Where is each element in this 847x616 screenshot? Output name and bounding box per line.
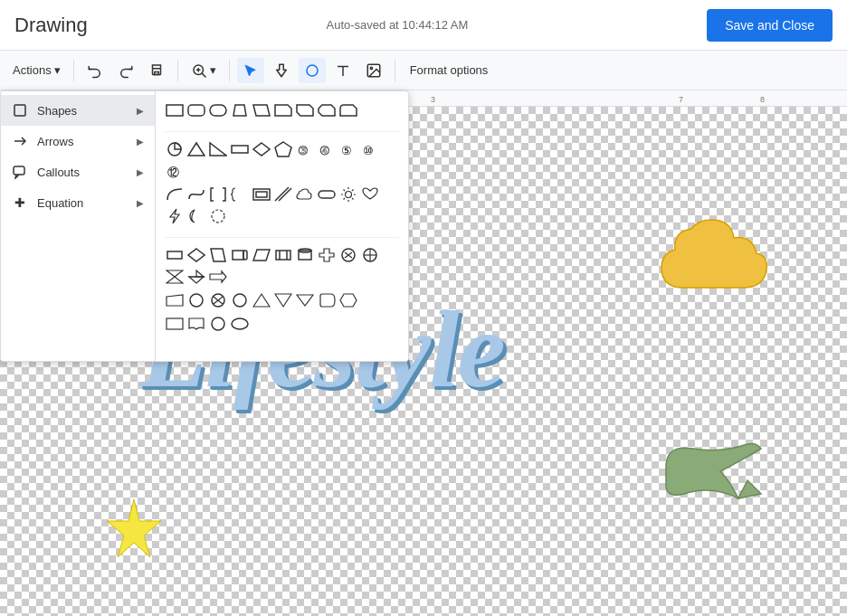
shape-rect-snip[interactable]	[273, 100, 293, 120]
shape-rounded-rect[interactable]	[186, 100, 206, 120]
save-close-button[interactable]: Save and Close	[707, 9, 833, 42]
star-shape	[98, 496, 170, 568]
zoom-button[interactable]: ▾	[186, 58, 222, 83]
shape-brace[interactable]	[230, 185, 250, 204]
arrows-menu-label: Arrows	[37, 135, 73, 148]
print-icon	[148, 62, 165, 79]
text-tool-button[interactable]	[329, 58, 357, 83]
format-options-button[interactable]: Format options	[403, 59, 496, 81]
shape-rect-snip3[interactable]	[317, 100, 337, 120]
shape-lightning[interactable]	[165, 206, 185, 226]
undo-button[interactable]	[81, 58, 109, 83]
shape-badge-4[interactable]: ④	[317, 139, 337, 159]
shapes-row-6	[165, 314, 399, 334]
actions-menu-button[interactable]: Actions ▾	[7, 59, 66, 81]
shape-curve[interactable]	[186, 185, 206, 204]
shape-diamond-rect[interactable]	[230, 139, 250, 159]
shape-heart[interactable]	[360, 185, 380, 204]
shapes-menu-item[interactable]: Shapes ▶	[1, 95, 155, 126]
zoom-chevron: ▾	[210, 63, 216, 77]
svg-rect-14	[167, 105, 183, 116]
shape-flow-sort[interactable]	[186, 267, 206, 287]
svg-rect-11	[14, 105, 25, 116]
svg-rect-50	[233, 251, 243, 260]
shape-flow-stored-data[interactable]	[317, 290, 337, 310]
svg-marker-84	[738, 480, 761, 498]
shape-flow-hexagon[interactable]	[338, 290, 358, 310]
shape-flow-summing[interactable]	[338, 245, 358, 265]
shape-terminator[interactable]	[317, 185, 337, 204]
shape-flow-cross[interactable]	[317, 245, 337, 265]
shape-badge-3[interactable]: ③	[295, 139, 315, 159]
shapes-menu-label: Shapes	[37, 104, 77, 118]
callouts-menu-icon	[12, 164, 28, 180]
image-tool-button[interactable]	[360, 58, 387, 83]
shape-triangle[interactable]	[186, 139, 206, 159]
svg-marker-77	[275, 294, 291, 307]
shapes-submenu-panel: ③ ④ ⑤ ⑩ ⑫	[155, 91, 408, 361]
pan-tool-button[interactable]	[268, 58, 295, 83]
shape-diagonal-stripe[interactable]	[273, 185, 293, 204]
shape-badge-7[interactable]: ⑫	[165, 161, 185, 181]
arrows-menu-item[interactable]: Arrows ▶	[1, 126, 155, 156]
print-button[interactable]	[143, 58, 170, 83]
shape-flow-x[interactable]	[208, 290, 228, 310]
shape-flow-circle3[interactable]	[208, 314, 228, 334]
shape-flow-triangle[interactable]	[252, 290, 271, 310]
shape-flow-input[interactable]	[252, 245, 271, 265]
select-tool-button[interactable]	[237, 58, 264, 83]
shape-badge-5[interactable]: ⑤	[338, 139, 358, 159]
shape-right-triangle[interactable]	[208, 139, 228, 159]
shape-parallelogram[interactable]	[252, 100, 271, 120]
equation-menu-icon: ✚	[12, 194, 28, 211]
shape-moon[interactable]	[186, 206, 206, 226]
ruler-mark-7: 7	[679, 95, 683, 104]
shape-round-snip[interactable]	[338, 100, 358, 120]
shape-flow-arrow[interactable]	[208, 267, 228, 287]
svg-line-3	[202, 73, 205, 77]
shape-flow-manual-input[interactable]	[165, 290, 185, 310]
shape-sun[interactable]	[338, 185, 358, 204]
shape-half-frame[interactable]	[252, 185, 271, 204]
shape-trapezoid[interactable]	[230, 100, 250, 120]
shape-star-burst[interactable]	[208, 206, 228, 226]
shape-pentagon[interactable]	[273, 139, 293, 159]
shapes-tool-button[interactable]	[299, 58, 326, 83]
shape-round-rect2[interactable]	[208, 100, 228, 120]
shape-flow-collate[interactable]	[165, 267, 185, 287]
equation-chevron-icon: ▶	[137, 198, 144, 208]
arrows-menu-icon	[12, 133, 28, 149]
shape-flow-ellipse[interactable]	[230, 314, 250, 334]
green-arrow-shape	[657, 435, 775, 526]
shape-flow-invert-tri[interactable]	[273, 290, 293, 310]
equation-menu-item[interactable]: ✚ Equation ▶	[1, 187, 155, 218]
shape-flow-doc[interactable]	[186, 314, 206, 334]
shape-cloud[interactable]	[295, 185, 315, 204]
toolbar: Actions ▾ ▾	[0, 51, 847, 90]
select-icon	[243, 62, 259, 79]
shape-flow-circle[interactable]	[186, 290, 206, 310]
shape-pie[interactable]	[165, 139, 185, 159]
shape-flow-delay[interactable]	[230, 245, 250, 265]
shape-flow-cylinder[interactable]	[295, 245, 315, 265]
svg-marker-19	[275, 105, 291, 116]
shape-bracket[interactable]	[208, 185, 228, 204]
shape-badge-6[interactable]: ⑩	[360, 139, 380, 159]
shape-flow-circle2[interactable]	[230, 290, 250, 310]
shape-flow-or[interactable]	[360, 245, 380, 265]
callouts-menu-item[interactable]: Callouts ▶	[1, 156, 155, 187]
shape-flow-para[interactable]	[208, 245, 228, 265]
redo-button[interactable]	[112, 58, 139, 83]
shape-flow-frame[interactable]	[165, 314, 185, 334]
shape-diamond[interactable]	[252, 139, 271, 159]
shape-rectangle[interactable]	[165, 100, 185, 120]
shape-flow-rect[interactable]	[165, 245, 185, 265]
svg-point-10	[370, 67, 372, 69]
svg-line-44	[352, 190, 354, 192]
toolbar-divider-1	[73, 60, 74, 81]
shape-flow-process[interactable]	[273, 245, 293, 265]
shape-arc[interactable]	[165, 185, 185, 204]
shape-flow-merge[interactable]	[295, 290, 315, 310]
shape-flow-diamond[interactable]	[186, 245, 206, 265]
shape-rect-snip2[interactable]	[295, 100, 315, 120]
